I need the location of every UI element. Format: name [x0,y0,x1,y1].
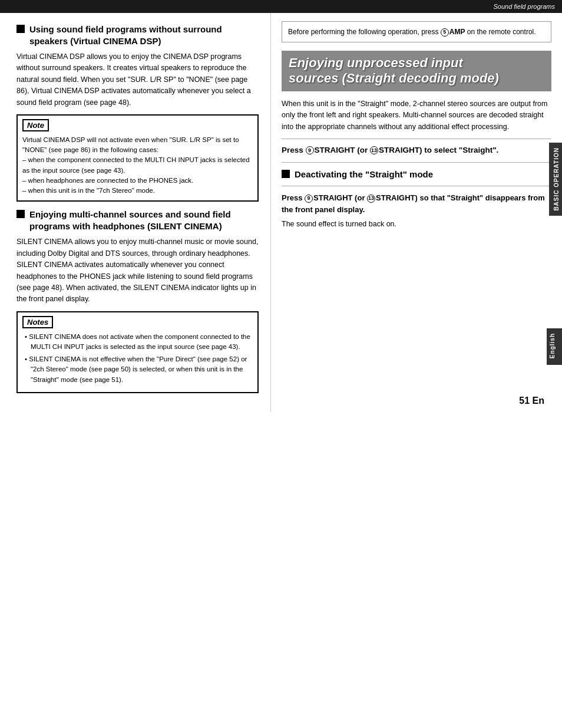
sound-effect-text: The sound effect is turned back on. [282,219,551,230]
note-item-1: – when the component connected to the MU… [22,155,253,176]
basic-operation-tab: BASIC OPERATION [549,143,562,216]
divider-2 [282,162,551,163]
note-item-2: – when headphones are connected to the P… [22,176,253,186]
section1-title-block: Using sound field programs without surro… [16,24,259,47]
english-tab: English [547,328,562,365]
circle-5: 5 [441,28,449,37]
header-bar: Sound field programs [0,0,562,13]
main-content: Using sound field programs without surro… [0,13,562,412]
divider-3 [282,186,551,186]
before-box-text: Before performing the following operatio… [288,28,536,36]
notes-box: Notes • SILENT CINEMA does not activate … [16,311,259,393]
notes-item-2: • SILENT CINEMA is not effective when th… [25,354,253,385]
section2-bullet [16,210,25,218]
enjoying-heading-line2: sources (Straight decoding mode) [289,71,544,86]
right-body1: When this unit is in the "Straight" mode… [282,98,551,133]
divider-1 [282,139,551,139]
before-box: Before performing the following operatio… [282,21,551,42]
basic-operation-label: BASIC OPERATION [553,147,560,211]
circle-9-2: 9 [305,195,313,203]
enjoying-heading: Enjoying unprocessed input sources (Stra… [282,51,551,91]
section1-body: Virtual CINEMA DSP allows you to enjoy t… [16,51,259,108]
deactivating-bullet [282,170,290,178]
note-box: Note Virtual CINEMA DSP will not activat… [16,114,259,202]
note-item-3: – when this unit is in the "7ch Stereo" … [22,186,253,196]
press-straight-bold: Press 9STRAIGHT (or 13STRAIGHT) so that … [282,192,551,215]
notes-item-1: • SILENT CINEMA does not activate when t… [25,332,253,353]
deactivating-title-block: Deactivating the "Straight" mode [282,169,551,180]
right-column: Before performing the following operatio… [271,13,562,412]
section2-title-block: Enjoying multi-channel sources and sound… [16,209,259,232]
deactivating-section: Deactivating the "Straight" mode [282,169,551,180]
circle-9-1: 9 [306,146,314,154]
notes-title: Notes [22,316,53,328]
section2-body: SILENT CINEMA allows you to enjoy multi-… [16,236,259,305]
section2-title: Enjoying multi-channel sources and sound… [29,209,259,232]
deactivating-title: Deactivating the "Straight" mode [295,169,433,180]
note-body: Virtual CINEMA DSP will not activate eve… [22,135,253,156]
circle-13-1: 13 [370,146,378,154]
note-title: Note [22,119,49,131]
press-heading: Press 9STRAIGHT (or 13STRAIGHT) to selec… [282,145,551,156]
left-column: Using sound field programs without surro… [0,13,271,412]
circle-13-2: 13 [367,195,375,203]
section1-bullet [16,25,25,33]
section1-title: Using sound field programs without surro… [29,24,259,47]
header-title: Sound field programs [493,3,555,10]
enjoying-heading-line1: Enjoying unprocessed input [289,55,544,71]
page-number: 51 En [519,396,544,406]
english-label: English [549,333,556,358]
